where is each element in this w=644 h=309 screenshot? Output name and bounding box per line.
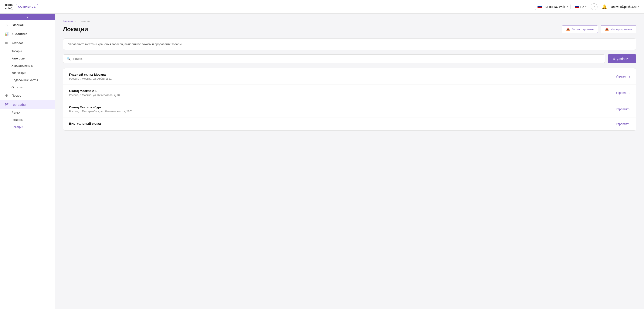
sidebar-item-collections[interactable]: Коллекции [0, 69, 55, 76]
sidebar-item-locations[interactable]: Локации [0, 123, 55, 131]
search-input[interactable] [73, 57, 602, 60]
location-address: Россия, г. Москва, ул. Кижеватова, д. 34 [69, 93, 120, 97]
sidebar-stock-label: Остатки [12, 86, 22, 89]
market-flag-icon [538, 5, 542, 8]
catalog-icon: ⊞ [4, 41, 9, 45]
market-label: Рынок: DC Web [544, 5, 565, 8]
notification-button[interactable]: 🔔 [602, 4, 607, 9]
user-email: anova1@pochta.ru [611, 5, 636, 8]
import-button[interactable]: 📤 Импортировать [601, 25, 636, 33]
header-right: Рынок: DC Web ▾ РУ ▾ ? 🔔 anova1@pochta.r… [535, 3, 639, 10]
market-chevron-icon: ▾ [567, 5, 568, 8]
sidebar-item-catalog[interactable]: ⊞ Каталог [0, 38, 55, 47]
add-icon: ⊕ [613, 57, 616, 60]
sidebar-item-markets[interactable]: Рынки [0, 109, 55, 116]
user-chevron-icon: ▾ [638, 5, 639, 8]
main-layout: ‹ ⌂ Главная 📊 Аналитика ⊞ Каталог Товары… [0, 13, 644, 309]
sidebar-collections-label: Коллекции [12, 71, 26, 74]
sidebar-categories-label: Категории [12, 57, 26, 60]
export-icon: 📥 [566, 28, 570, 31]
bell-icon: 🔔 [602, 4, 607, 9]
logo-text: digital chief_ [5, 3, 13, 10]
location-name: Склад Москва 2-1 [69, 89, 120, 93]
sidebar-item-promo[interactable]: ⊛ Промо [0, 91, 55, 100]
location-name: Главный склад Москва [69, 73, 112, 76]
manage-link-0[interactable]: Управлять [616, 75, 630, 78]
manage-link-3[interactable]: Управлять [616, 122, 630, 126]
sidebar-regions-label: Регионы [12, 118, 23, 121]
page-header: Локации 📥 Экспортировать 📤 Импортировать [63, 25, 636, 33]
locations-list: Главный склад Москва Россия, г. Москва, … [63, 68, 636, 131]
location-item: Склад Москва 2-1 Россия, г. Москва, ул. … [63, 85, 636, 101]
market-selector[interactable]: Рынок: DC Web ▾ [535, 3, 570, 10]
header-actions: 📥 Экспортировать 📤 Импортировать [562, 25, 636, 33]
location-item: Виртуальный склад Управлять [63, 117, 636, 130]
page-title: Локации [63, 26, 88, 33]
search-row: 🔍 ⊕ Добавить [63, 54, 636, 63]
sidebar-promo-label: Промо [12, 94, 21, 97]
manage-link-1[interactable]: Управлять [616, 91, 630, 94]
sidebar-geo-label: География [12, 103, 28, 106]
location-address: Россия, г. Екатеринбург, ул. Леваневског… [69, 110, 132, 113]
sidebar-collapse-button[interactable]: ‹ [0, 13, 55, 20]
sidebar-markets-label: Рынки [12, 111, 20, 114]
lang-chevron-icon: ▾ [585, 5, 586, 8]
sidebar-item-stock[interactable]: Остатки [0, 84, 55, 91]
search-icon: 🔍 [66, 57, 71, 61]
breadcrumb: Главная / Локации [63, 19, 636, 23]
sidebar-analytics-label: Аналитика [12, 32, 27, 36]
breadcrumb-home[interactable]: Главная [63, 19, 73, 23]
sidebar-item-home[interactable]: ⌂ Главная [0, 20, 55, 29]
location-item: Главный склад Москва Россия, г. Москва, … [63, 68, 636, 85]
breadcrumb-current: Локации [80, 19, 90, 23]
main-content: Главная / Локации Локации 📥 Экспортирова… [55, 13, 644, 309]
search-box: 🔍 [63, 54, 605, 63]
location-info: Главный склад Москва Россия, г. Москва, … [69, 73, 112, 80]
user-menu[interactable]: anova1@pochta.ru ▾ [611, 5, 639, 8]
analytics-icon: 📊 [4, 32, 9, 36]
location-info: Склад Москва 2-1 Россия, г. Москва, ул. … [69, 89, 120, 97]
sidebar-attributes-label: Характеристики [12, 64, 34, 67]
sidebar-item-categories[interactable]: Категории [0, 55, 55, 62]
breadcrumb-separator: / [76, 19, 76, 23]
help-button[interactable]: ? [591, 3, 598, 10]
sidebar-locations-label: Локации [12, 125, 23, 129]
location-info: Виртуальный склад [69, 122, 101, 126]
location-name: Виртуальный склад [69, 122, 101, 125]
logo-area: digital chief_ COMMERCE [5, 3, 60, 10]
sidebar-item-analytics[interactable]: 📊 Аналитика [0, 29, 55, 38]
sidebar-home-label: Главная [12, 23, 24, 27]
commerce-badge: COMMERCE [16, 4, 38, 9]
location-address: Россия, г. Москва, ул. Арбат, д 11 [69, 77, 112, 80]
lang-label: РУ [580, 5, 584, 8]
lang-flag-icon [575, 5, 579, 8]
sidebar-item-attributes[interactable]: Характеристики [0, 62, 55, 69]
lang-selector[interactable]: РУ ▾ [575, 5, 586, 8]
location-info: Склад Екатеринбург Россия, г. Екатеринбу… [69, 105, 132, 113]
sidebar-item-goods[interactable]: Товары [0, 47, 55, 55]
sidebar-item-geo[interactable]: 🗺 География [0, 100, 55, 109]
location-item: Склад Екатеринбург Россия, г. Екатеринбу… [63, 101, 636, 117]
sidebar-item-regions[interactable]: Регионы [0, 116, 55, 123]
sidebar: ‹ ⌂ Главная 📊 Аналитика ⊞ Каталог Товары… [0, 13, 55, 309]
sidebar-item-giftcards[interactable]: Подарочные карты [0, 76, 55, 84]
info-banner: Управляйте местами хранения запасов, вып… [63, 38, 636, 50]
import-icon: 📤 [605, 28, 609, 31]
help-icon: ? [593, 5, 595, 8]
manage-link-2[interactable]: Управлять [616, 107, 630, 111]
collapse-icon: ‹ [27, 15, 28, 19]
sidebar-goods-label: Товары [12, 49, 22, 53]
add-button[interactable]: ⊕ Добавить [608, 54, 636, 63]
home-icon: ⌂ [4, 23, 9, 27]
promo-icon: ⊛ [4, 93, 9, 98]
sidebar-catalog-label: Каталог [12, 41, 23, 45]
geo-icon: 🗺 [4, 102, 9, 107]
sidebar-giftcards-label: Подарочные карты [12, 78, 38, 82]
export-button[interactable]: 📥 Экспортировать [562, 25, 598, 33]
app-header: digital chief_ COMMERCE Рынок: DC Web ▾ … [0, 0, 644, 13]
location-name: Склад Екатеринбург [69, 105, 132, 109]
info-text: Управляйте местами хранения запасов, вып… [68, 42, 182, 46]
